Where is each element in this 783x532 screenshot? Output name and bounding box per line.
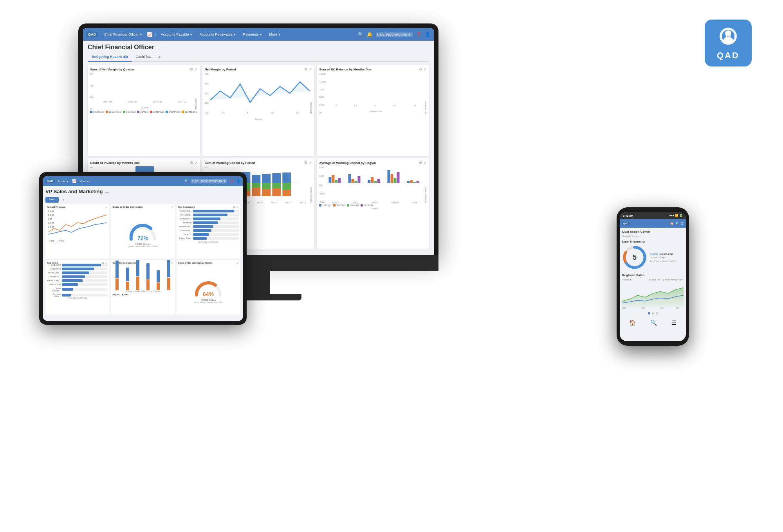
tablet-chart-expand-3[interactable]: ⤢ [236,206,239,209]
qad-logo-icon: Q [714,25,742,49]
phone-bottom-search-icon[interactable]: 🔍 [650,320,657,326]
tablet-chart-gross-margin: Sales Order Line Gross Margin ⤢ 64% 43,5… [177,260,240,315]
phone-regional-chart: Aug Sept Oct Nov [622,282,684,309]
tab-add-button[interactable]: + [155,53,164,61]
phone-status-bar: 9:41 AM ●●● 📶 🔋 [620,212,686,219]
svg-rect-17 [252,187,260,196]
notification-icon[interactable]: 🔔 [367,32,373,37]
chart-title-6: Average of Working Capital by Region [319,161,376,165]
chart-expand-icon-6[interactable]: ⤢ [424,161,427,165]
regional-sales-section: Regional Sales Country ▼ ■ Global Total … [622,273,684,311]
chart-settings-icon-6[interactable]: ⚙ [419,161,422,165]
svg-rect-22 [272,183,281,188]
tablet-charts-grid: Annual Revenue ⤢ 2.4 M 2.2 M 2 M 1.8 M 1… [45,204,240,315]
tablet-chart-expand-1[interactable]: ⤢ [105,206,108,209]
chart-expand-icon-4[interactable]: ⤢ [195,161,198,165]
tablet-chart-expand-2[interactable]: ⤢ [171,206,173,209]
chart-settings-icon[interactable]: ⚙ [190,67,193,71]
phone-home-icon[interactable]: 🏠 [670,222,674,225]
monitor-nav-more[interactable]: More ▼ [267,32,283,37]
chart-settings-icon-3[interactable]: ⚙ [419,67,422,71]
phone-bottom-nav: 🏠 🔍 ☰ [622,317,684,326]
chart-expand-icon-3[interactable]: ⤢ [424,67,427,71]
svg-rect-35 [357,176,360,183]
tablet-chart-expand-6[interactable]: ⤢ [236,262,239,265]
tablet-gauge-label-2: Gross Margin Greater Than 50% [194,301,222,304]
phone-content: CSM Action Center Updated 5m ago Late Sh… [620,228,686,328]
svg-text:1.6 M: 1.6 M [48,226,54,228]
tablet-search-icon[interactable]: 🔍 [184,179,189,183]
user-avatar[interactable]: 👤 [425,32,431,37]
phone-navbar: QAD 🏠 🔍 ☰ [620,219,686,228]
svg-rect-42 [393,178,396,183]
tablet-nav-admin[interactable]: Admin ▼ [56,180,71,183]
svg-rect-15 [252,175,260,183]
monitor-nav-payments[interactable]: Payments ▼ [241,32,265,37]
chart-working-capital-region: Average of Working Capital by Region ⚙ ⤢… [317,158,429,250]
phone-search-icon[interactable]: 🔍 [675,222,679,225]
svg-rect-39 [377,179,380,183]
svg-rect-31 [338,178,341,183]
chart-expand-icon[interactable]: ⤢ [195,67,198,71]
tablet-tab-add[interactable]: + [60,197,67,203]
region-selector[interactable]: USA, 10CORPCONS ▼ [376,32,413,37]
tablet-chart-customers: Top Customers ⚙ ⤢ Pacific Heat... [177,204,240,259]
svg-rect-37 [371,177,373,183]
phone-pagination [622,312,684,315]
phone-badge-info: 50 USD - 75,000 USD In time: 5 days Tota… [650,253,684,262]
svg-rect-30 [335,180,337,183]
chart-settings-icon-4[interactable]: ⚙ [190,161,193,165]
chart-title-4: Count of Invoices by Months Due [90,161,140,165]
svg-rect-41 [390,174,393,183]
tab-budgeting-review[interactable]: Budgeting Review ✕ [88,53,132,62]
tablet-items-bars: Surgical Kit Supplies Kit Medical Ultra.… [47,265,108,296]
svg-rect-43 [397,172,399,183]
chart-expand-icon-5[interactable]: ⤢ [309,161,312,165]
svg-rect-40 [387,170,390,183]
tablet-tab-sales[interactable]: Sales [45,197,59,203]
svg-rect-38 [374,181,377,183]
monitor-nav-trend-icon: 📈 [147,32,153,37]
svg-point-3 [725,31,731,37]
chart-settings-icon-2[interactable]: ⚙ [304,67,307,71]
tablet-help-icon[interactable]: ❓ [229,179,234,183]
phone-screen: 9:41 AM ●●● 📶 🔋 QAD 🏠 🔍 ☰ CSM Action Cen… [620,212,686,341]
svg-rect-26 [282,190,291,196]
gauge-svg: 72% [127,221,159,243]
svg-text:Oct: Oct [660,307,664,309]
tablet-user-icon[interactable]: 👤 [236,179,240,183]
tablet-gauge-label: Quotes Converted to Sales Orders [128,245,158,248]
svg-rect-29 [332,175,334,183]
bar-chart-1 [96,73,195,100]
tablet-edit-icon[interactable]: — [105,190,109,194]
monitor-tabs: Budgeting Review ✕ CashFlow + [88,53,429,62]
svg-rect-16 [252,183,260,187]
help-icon[interactable]: ❓ [416,32,422,37]
edit-icon[interactable]: — [157,44,163,50]
monitor-nav-cfo[interactable]: Chief Financial Officer ▼ [102,32,144,37]
gauge-svg-2: 64% [193,277,224,299]
svg-rect-45 [410,180,413,183]
chart-expand-icon-2[interactable]: ⤢ [309,67,312,71]
tablet-nav-trend-icon: 📈 [72,179,76,183]
monitor-nav-ap[interactable]: Accounts Payable ▼ [159,32,195,37]
tablet-region[interactable]: USA, 10CORPCONS ▼ [191,179,227,183]
phone-bottom-home-icon[interactable]: 🏠 [629,320,636,326]
bc-balance-bars [327,73,424,104]
phone-menu-icon[interactable]: ☰ [681,222,684,225]
tab-cashflow[interactable]: CashFlow [132,53,155,62]
svg-rect-34 [354,181,357,183]
chart-title-3: Sum of BC Balance by Months Due [319,68,371,71]
search-icon[interactable]: 🔍 [358,32,364,37]
tablet-nav-more[interactable]: More ▼ [78,180,91,183]
tablet-chart-settings-3[interactable]: ⚙ [233,206,235,209]
phone-bottom-menu-icon[interactable]: ☰ [671,320,677,326]
svg-point-4 [723,37,733,43]
chart-settings-icon-5[interactable]: ⚙ [304,161,307,165]
svg-rect-33 [351,179,354,183]
monitor-nav-ar[interactable]: Accounts Receivable ▼ [197,32,238,37]
chart-title-5: Sum of Working Capital by Period [205,161,255,165]
tablet-chart-title-6: Sales Order Line Gross Margin [178,262,213,264]
tablet-revenue-chart: 2.4 M 2.2 M 2 M 1.8 M 1.6 M [47,209,108,238]
svg-text:72%: 72% [137,235,149,241]
